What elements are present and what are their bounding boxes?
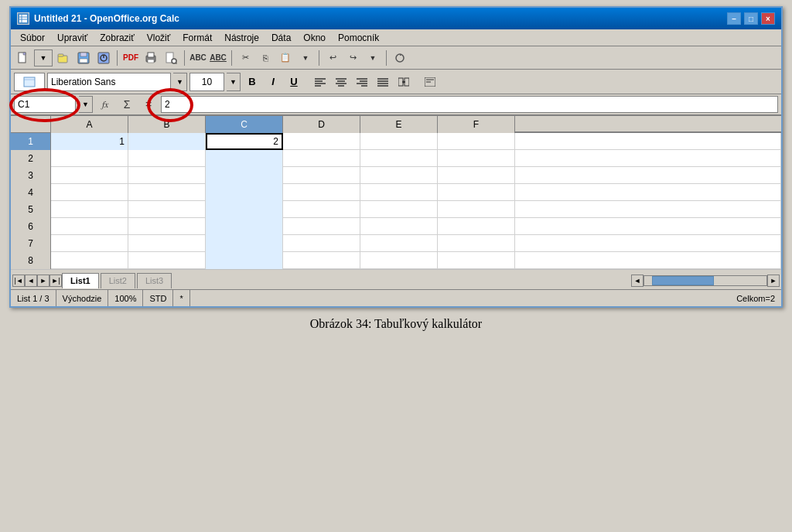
cell-b2[interactable] [128,150,206,167]
align-right-button[interactable] [353,73,371,91]
cell-e8[interactable] [360,252,438,269]
col-header-f[interactable]: F [438,116,515,133]
row-header-1[interactable]: 1 [11,133,51,150]
cell-d3[interactable] [283,167,360,184]
menu-zobrazit[interactable]: Zobraziť [94,31,141,45]
print-btn[interactable] [142,49,160,66]
cell-reference-input[interactable]: C1 [14,96,76,113]
function-wizard-icon[interactable]: 𝑓𝑥 [96,96,114,113]
cell-b6[interactable] [128,218,206,235]
col-header-a[interactable]: A [51,116,128,133]
cell-e5[interactable] [360,201,438,218]
cell-b4[interactable] [128,184,206,201]
refresh-btn[interactable] [391,49,409,66]
cell-c2[interactable] [206,150,283,167]
font-name-input[interactable]: Liberation Sans [47,73,171,91]
formula-input[interactable]: 2 [161,96,778,113]
cell-a7[interactable] [51,235,128,252]
wrap-button[interactable] [421,73,439,91]
maximize-button[interactable]: □ [744,12,758,25]
equals-icon[interactable]: = [139,96,158,113]
cell-f4[interactable] [438,184,515,201]
sum-icon[interactable]: Σ [118,96,136,113]
cell-f6[interactable] [438,218,515,235]
font-size-input[interactable]: 10 [189,73,224,91]
new-dropdown[interactable]: ▼ [34,49,53,66]
cell-c7[interactable] [206,235,283,252]
cell-d2[interactable] [283,150,360,167]
row-header-5[interactable]: 5 [11,201,51,218]
col-header-d[interactable]: D [283,116,360,133]
paste-dropdown[interactable]: ▼ [296,49,315,66]
cell-f8[interactable] [438,252,515,269]
undo-dropdown[interactable]: ▼ [364,49,382,66]
paste-btn[interactable]: 📋 [276,49,295,66]
row-header-8[interactable]: 8 [11,252,51,269]
cell-a5[interactable] [51,201,128,218]
col-header-c[interactable]: C [206,116,283,133]
align-left-button[interactable] [311,73,329,91]
pdf-btn[interactable]: PDF [121,49,140,66]
col-header-e[interactable]: E [360,116,438,133]
cell-a4[interactable] [51,184,128,201]
cell-c1[interactable]: 2 [206,133,283,150]
row-header-4[interactable]: 4 [11,184,51,201]
cell-d5[interactable] [283,201,360,218]
spell-btn[interactable]: ABC [189,49,207,66]
col-header-b[interactable]: B [128,116,206,133]
cell-d7[interactable] [283,235,360,252]
cell-a6[interactable] [51,218,128,235]
cell-f2[interactable] [438,150,515,167]
cell-c8[interactable] [206,252,283,269]
cell-d6[interactable] [283,218,360,235]
menu-subor[interactable]: Súbor [14,31,51,45]
copy-btn[interactable]: ⎘ [256,49,275,66]
minimize-button[interactable]: – [727,12,741,25]
cell-f1[interactable] [438,133,515,150]
row-header-7[interactable]: 7 [11,235,51,252]
row-header-6[interactable]: 6 [11,218,51,235]
new-btn[interactable] [14,49,32,66]
sheet-tab-list3[interactable]: List3 [137,273,172,288]
cell-d8[interactable] [283,252,360,269]
preview-btn[interactable] [162,49,180,66]
cell-e7[interactable] [360,235,438,252]
cell-f3[interactable] [438,167,515,184]
justify-button[interactable] [374,73,392,91]
cell-d4[interactable] [283,184,360,201]
cell-a1[interactable]: 1 [51,133,128,150]
menu-vlozit[interactable]: Vložiť [141,31,177,45]
sheet-next-btn[interactable]: ► [37,275,50,287]
cell-f5[interactable] [438,201,515,218]
style-box[interactable] [14,73,45,91]
merge-button[interactable] [394,73,413,91]
cell-e2[interactable] [360,150,438,167]
undo-btn[interactable]: ↩ [323,49,342,66]
cell-e3[interactable] [360,167,438,184]
save-btn[interactable] [74,49,93,66]
cell-b3[interactable] [128,167,206,184]
bold-button[interactable]: B [243,73,261,91]
close-button[interactable]: × [761,12,775,25]
menu-nastroje[interactable]: Nástroje [218,31,265,45]
cell-d1[interactable] [283,133,360,150]
menu-format[interactable]: Formát [176,31,218,45]
cell-b7[interactable] [128,235,206,252]
menu-upravit[interactable]: Upraviť [51,31,94,45]
sheet-last-btn[interactable]: ►| [50,275,62,287]
italic-button[interactable]: I [264,73,282,91]
underline-button[interactable]: U [285,73,303,91]
cell-b5[interactable] [128,201,206,218]
align-center-button[interactable] [332,73,350,91]
cut-btn[interactable]: ✂ [236,49,254,66]
cell-a8[interactable] [51,252,128,269]
cell-ref-dropdown[interactable]: ▼ [79,96,93,113]
cell-b8[interactable] [128,252,206,269]
font-size-dropdown[interactable]: ▼ [227,73,241,91]
menu-data[interactable]: Dáta [265,31,297,45]
cell-c6[interactable] [206,218,283,235]
spell-auto-btn[interactable]: ABC [209,49,227,66]
cell-a3[interactable] [51,167,128,184]
scroll-right-arrow[interactable]: ► [767,275,780,287]
sheet-prev-btn[interactable]: ◄ [25,275,37,287]
